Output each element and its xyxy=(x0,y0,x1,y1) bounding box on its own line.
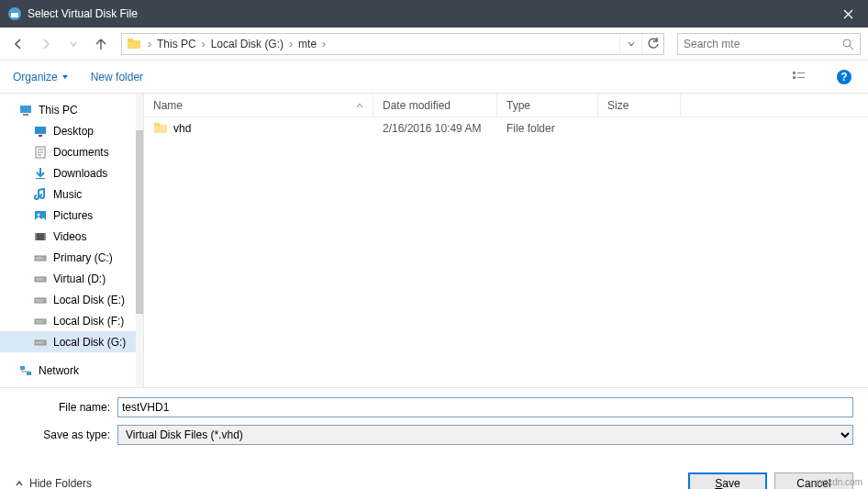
svg-rect-32 xyxy=(20,366,25,370)
svg-text:?: ? xyxy=(840,71,847,83)
action-bar: Hide Folders Save Cancel xyxy=(0,456,868,489)
svg-point-31 xyxy=(43,341,45,343)
svg-point-18 xyxy=(38,213,40,216)
column-type[interactable]: Type xyxy=(497,94,598,117)
svg-rect-7 xyxy=(797,72,805,73)
tree-item-primary-c-[interactable]: Primary (C:) xyxy=(0,247,143,268)
music-icon xyxy=(33,187,48,202)
saveastype-label: Save as type: xyxy=(15,428,117,441)
nav-bar: › This PC › Local Disk (G:) › mte › xyxy=(0,28,868,61)
new-folder-button[interactable]: New folder xyxy=(91,71,143,83)
help-button[interactable]: ? xyxy=(833,66,855,88)
organize-button[interactable]: Organize xyxy=(13,71,69,83)
tree-item-local-disk-e-[interactable]: Local Disk (E:) xyxy=(0,289,143,310)
file-list-header: Name Date modified Type Size xyxy=(144,94,868,117)
drive-icon xyxy=(33,335,48,350)
up-button[interactable] xyxy=(90,33,112,55)
file-list: Name Date modified Type Size vhd2/16/201… xyxy=(144,94,868,387)
file-row[interactable]: vhd2/16/2016 10:49 AMFile folder xyxy=(144,117,868,139)
tree-item-desktop[interactable]: Desktop xyxy=(0,120,143,141)
svg-rect-33 xyxy=(27,372,31,375)
breadcrumb-drive[interactable]: Local Disk (G:) xyxy=(207,38,287,50)
svg-rect-11 xyxy=(20,106,31,113)
video-icon xyxy=(33,229,48,244)
tree-item-videos[interactable]: Videos xyxy=(0,226,143,247)
search-input[interactable] xyxy=(684,38,841,50)
tree-item-pictures[interactable]: Pictures xyxy=(0,205,143,226)
recent-dropdown[interactable] xyxy=(62,33,84,55)
filename-label: File name: xyxy=(15,401,117,414)
tree-item-network[interactable]: Network xyxy=(0,360,143,381)
view-options-button[interactable] xyxy=(789,66,811,88)
tree-item-downloads[interactable]: Downloads xyxy=(0,162,143,183)
chevron-right-icon[interactable]: › xyxy=(320,38,328,50)
close-button[interactable] xyxy=(828,0,868,28)
svg-rect-1 xyxy=(11,13,18,17)
svg-rect-3 xyxy=(128,39,133,42)
search-box[interactable] xyxy=(677,33,861,55)
chevron-up-icon xyxy=(15,479,24,488)
column-name[interactable]: Name xyxy=(144,94,373,117)
window-title: Select Virtual Disk File xyxy=(28,7,828,20)
svg-point-29 xyxy=(43,320,45,322)
saveastype-select[interactable]: Virtual Disk Files (*.vhd) xyxy=(117,425,853,445)
svg-point-27 xyxy=(43,299,45,301)
svg-rect-13 xyxy=(35,127,46,134)
drive-icon xyxy=(33,250,48,265)
tree-item-local-disk-g-[interactable]: Local Disk (G:) xyxy=(0,331,143,352)
tree-item-documents[interactable]: Documents xyxy=(0,141,143,162)
folder-icon xyxy=(126,36,142,52)
toolbar: Organize New folder ? xyxy=(0,61,868,94)
drive-icon xyxy=(33,293,48,307)
back-button[interactable] xyxy=(7,33,29,55)
svg-rect-12 xyxy=(23,114,28,116)
svg-point-4 xyxy=(843,39,851,47)
net-icon xyxy=(18,363,33,378)
drive-icon xyxy=(33,272,48,286)
filename-input[interactable] xyxy=(117,397,853,417)
chevron-right-icon[interactable]: › xyxy=(146,38,153,50)
hide-folders-button[interactable]: Hide Folders xyxy=(15,477,92,490)
save-button[interactable]: Save xyxy=(688,472,767,489)
bottom-panel: File name: Save as type: Virtual Disk Fi… xyxy=(0,387,868,456)
column-size[interactable]: Size xyxy=(598,94,681,117)
svg-rect-16 xyxy=(36,178,45,179)
tree-item-local-disk-f-[interactable]: Local Disk (F:) xyxy=(0,310,143,331)
chevron-right-icon[interactable]: › xyxy=(287,38,295,50)
main-area: This PCDesktopDocumentsDownloadsMusicPic… xyxy=(0,94,868,387)
drive-icon xyxy=(33,314,48,328)
pc-icon xyxy=(18,103,33,117)
title-bar: Select Virtual Disk File xyxy=(0,0,868,28)
svg-point-25 xyxy=(43,278,45,280)
tree-item-virtual-d-[interactable]: Virtual (D:) xyxy=(0,268,143,289)
address-dropdown[interactable] xyxy=(619,34,641,54)
forward-button[interactable] xyxy=(35,33,57,55)
svg-rect-6 xyxy=(793,76,796,79)
column-date[interactable]: Date modified xyxy=(373,94,497,117)
svg-rect-35 xyxy=(154,123,160,127)
refresh-button[interactable] xyxy=(641,34,663,54)
svg-rect-14 xyxy=(39,135,42,137)
svg-rect-8 xyxy=(797,77,805,78)
down-icon xyxy=(33,166,48,181)
docs-icon xyxy=(33,145,48,160)
pics-icon xyxy=(33,208,48,223)
svg-rect-20 xyxy=(35,233,37,240)
breadcrumb-folder[interactable]: mte xyxy=(295,38,320,50)
svg-rect-21 xyxy=(44,233,46,240)
scrollbar-thumb[interactable] xyxy=(136,130,143,314)
desktop-icon xyxy=(33,124,48,139)
sort-asc-icon xyxy=(356,102,363,109)
search-icon[interactable] xyxy=(841,38,854,50)
nav-tree[interactable]: This PCDesktopDocumentsDownloadsMusicPic… xyxy=(0,94,144,387)
breadcrumb[interactable]: › This PC › Local Disk (G:) › mte › xyxy=(121,33,664,55)
svg-point-23 xyxy=(43,257,45,259)
breadcrumb-this-pc[interactable]: This PC xyxy=(153,38,200,50)
folder-icon xyxy=(153,120,168,138)
app-icon xyxy=(7,6,22,21)
svg-rect-5 xyxy=(793,72,796,74)
watermark: wsxdn.com xyxy=(817,477,862,487)
chevron-right-icon[interactable]: › xyxy=(200,38,207,50)
tree-item-music[interactable]: Music xyxy=(0,183,143,205)
tree-item-this-pc[interactable]: This PC xyxy=(0,99,143,120)
